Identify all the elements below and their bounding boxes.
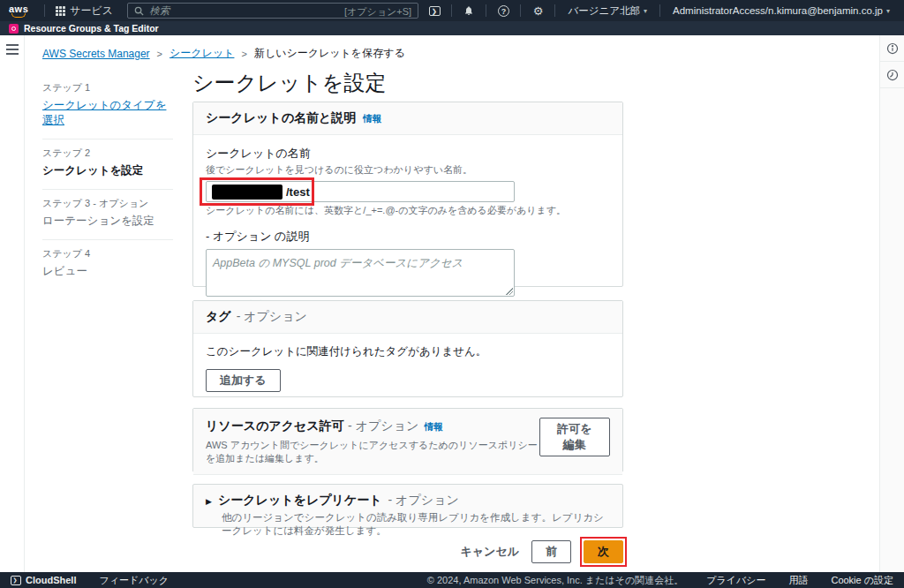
copyright-text: © 2024, Amazon Web Services, Inc. またはその関… xyxy=(427,574,683,587)
secondary-panel-icon[interactable] xyxy=(880,62,904,88)
step-4-label: レビュー xyxy=(42,265,87,277)
privacy-link[interactable]: プライバシー xyxy=(706,574,765,587)
step-number: ステップ 4 xyxy=(42,247,173,260)
optional-suffix: - オプション xyxy=(237,309,307,325)
services-grid-icon xyxy=(56,6,65,16)
card-body: シークレットの名前 後でシークレットを見つけるのに役立つわかりやすい名前。 /t… xyxy=(193,135,622,322)
page-title: シークレットを設定 xyxy=(192,69,386,97)
aws-logo[interactable]: aws xyxy=(9,4,28,18)
favorites-bar: Resource Groups & Tag Editor xyxy=(0,21,904,35)
cloudshell-icon: ❯ xyxy=(11,576,21,585)
cloudshell-footer-button[interactable]: ❯ CloudShell xyxy=(11,575,76,585)
card-header: タグ - オプション xyxy=(193,301,622,334)
secret-name-value: /test xyxy=(286,185,310,199)
step-3-label: ローテーションを設定 xyxy=(42,215,154,227)
info-link[interactable]: 情報 xyxy=(425,421,443,432)
cancel-button[interactable]: キャンセル xyxy=(460,544,519,560)
tags-empty-text: このシークレットに関連付けられたタグがありません。 xyxy=(206,344,610,359)
replicate-description: 他のリージョンでシークレットの読み取り専用レプリカを作成します。レプリカシークレ… xyxy=(222,511,610,538)
left-rail xyxy=(0,35,25,572)
resource-permissions-card: リソースのアクセス許可 - オプション 情報 AWS アカウント間でシークレット… xyxy=(192,408,623,472)
tags-card: タグ - オプション このシークレットに関連付けられたタグがありません。 追加す… xyxy=(192,300,623,397)
step-2-label-current: シークレットを設定 xyxy=(42,164,143,177)
optional-suffix: - オプション xyxy=(348,418,418,433)
breadcrumb-link-secrets[interactable]: シークレット xyxy=(170,46,234,61)
content-area: AWS Secrets Manager > シークレット > 新しいシークレット… xyxy=(0,35,904,572)
card-header: リソースのアクセス許可 - オプション 情報 AWS アカウント間でシークレット… xyxy=(193,409,622,475)
services-menu-button[interactable]: サービス xyxy=(52,0,117,21)
step-number: ステップ 1 xyxy=(42,81,173,94)
right-rail xyxy=(879,35,904,572)
console-footer: ❯ CloudShell フィードバック © 2024, Amazon Web … xyxy=(0,572,904,588)
aws-logo-smile xyxy=(11,13,26,18)
wizard-steps-nav: ステップ 1 シークレットのタイプを選択 ステップ 2 シークレットを設定 ステ… xyxy=(42,74,173,290)
breadcrumb-link-secrets-manager[interactable]: AWS Secrets Manager xyxy=(42,48,150,60)
cookie-settings-link[interactable]: Cookie の設定 xyxy=(831,574,893,587)
secret-name-input-wrap: /test xyxy=(206,181,515,202)
chevron-down-icon: ▾ xyxy=(886,7,890,15)
description-label: - オプション の説明 xyxy=(206,229,610,245)
wizard-step-4: ステップ 4 レビュー xyxy=(42,240,173,290)
search-placeholder: 検索 xyxy=(149,4,339,18)
top-navigation-bar: aws サービス 検索 [オプション+S] ❯ ? ⚙ バージニア北部 xyxy=(0,0,904,21)
menu-hamburger-icon[interactable] xyxy=(6,44,19,55)
search-input[interactable]: 検索 [オプション+S] xyxy=(127,3,418,19)
secret-name-card: シークレットの名前と説明 情報 シークレットの名前 後でシークレットを見つけるの… xyxy=(192,102,623,287)
terms-link[interactable]: 用語 xyxy=(788,574,808,587)
step-1-link[interactable]: シークレットのタイプを選択 xyxy=(42,99,166,126)
description-textarea[interactable]: AppBeta の MYSQL prod データベースにアクセス xyxy=(206,249,515,297)
description-placeholder: AppBeta の MYSQL prod データベースにアクセス xyxy=(213,257,463,269)
services-label: サービス xyxy=(70,4,113,19)
previous-button[interactable]: 前 xyxy=(531,540,571,563)
secret-name-constraint: シークレットの名前には、英数字と/_+=.@-の文字のみを含める必要があります。 xyxy=(206,204,610,217)
add-tag-button[interactable]: 追加する xyxy=(206,369,281,392)
breadcrumb: AWS Secrets Manager > シークレット > 新しいシークレット… xyxy=(42,46,405,61)
account-menu[interactable]: AdministratorAccess/n.kimura@benjamin.co… xyxy=(667,5,895,16)
help-icon[interactable]: ? xyxy=(493,1,513,20)
info-link[interactable]: 情報 xyxy=(363,113,381,125)
card-title: リソースのアクセス許可 xyxy=(206,418,344,433)
wizard-step-1: ステップ 1 シークレットのタイプを選択 xyxy=(42,74,173,139)
card-title: タグ xyxy=(206,309,231,325)
permissions-description: AWS アカウント間でシークレットにアクセスするためのリソースポリシーを追加また… xyxy=(206,439,539,465)
settings-gear-icon[interactable]: ⚙ xyxy=(528,1,547,20)
secret-name-input[interactable]: /test xyxy=(206,181,515,202)
cloudshell-icon[interactable]: ❯ xyxy=(425,1,444,20)
wizard-step-3: ステップ 3 - オプション ローテーションを設定 xyxy=(42,190,173,239)
info-panel-icon[interactable] xyxy=(880,35,904,62)
card-body: このシークレットに関連付けられたタグがありません。 追加する xyxy=(193,334,622,403)
aws-console-page: aws サービス 検索 [オプション+S] ❯ ? ⚙ バージニア北部 xyxy=(0,0,904,588)
notifications-bell-icon[interactable] xyxy=(459,1,478,20)
chevron-down-icon: ▾ xyxy=(644,7,647,15)
step-number: ステップ 3 - オプション xyxy=(42,197,173,210)
edit-permissions-button[interactable]: 許可を編集 xyxy=(539,418,610,456)
breadcrumb-current: 新しいシークレットを保存する xyxy=(254,46,405,61)
breadcrumb-separator: > xyxy=(157,49,162,59)
aws-logo-text: aws xyxy=(9,4,28,13)
secret-name-label: シークレットの名前 xyxy=(206,146,610,162)
redacted-value xyxy=(212,185,282,200)
search-shortcut-hint: [オプション+S] xyxy=(344,5,411,19)
replicate-secret-expander[interactable]: ▶ シークレットをレプリケート - オプション 他のリージョンでシークレットの読… xyxy=(192,484,623,528)
card-header: シークレットの名前と説明 情報 xyxy=(193,102,622,135)
nav-divider xyxy=(44,4,45,17)
search-icon xyxy=(134,6,144,16)
resource-groups-link[interactable]: Resource Groups & Tag Editor xyxy=(24,23,159,34)
resource-groups-icon xyxy=(9,24,19,34)
nav-utilities: ❯ ? ⚙ バージニア北部 ▾ AdministratorAccess/n.ki… xyxy=(425,1,895,20)
resize-grip[interactable] xyxy=(506,288,513,295)
card-title: シークレットをレプリケート xyxy=(218,493,382,509)
region-selector[interactable]: バージニア北部 ▾ xyxy=(562,4,652,18)
card-title: シークレットの名前と説明 xyxy=(206,110,356,126)
expand-arrow-icon: ▶ xyxy=(206,497,212,506)
next-button[interactable]: 次 xyxy=(584,540,623,563)
breadcrumb-separator: > xyxy=(241,49,246,59)
optional-suffix: - オプション xyxy=(388,493,459,509)
wizard-actions: キャンセル 前 次 xyxy=(192,540,623,563)
step-number: ステップ 2 xyxy=(42,147,173,160)
feedback-button[interactable]: フィードバック xyxy=(99,574,169,587)
wizard-step-2: ステップ 2 シークレットを設定 xyxy=(42,139,173,189)
secret-name-hint: 後でシークレットを見つけるのに役立つわかりやすい名前。 xyxy=(206,163,610,177)
